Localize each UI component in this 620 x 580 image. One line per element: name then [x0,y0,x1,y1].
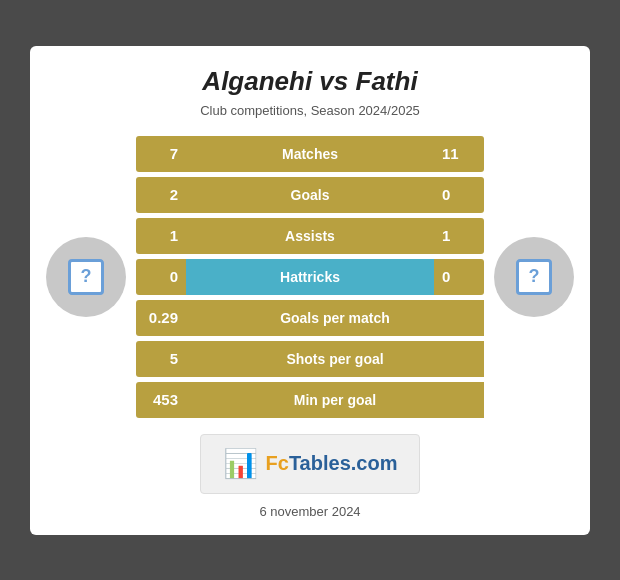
brand-name: FcTables.com [266,452,398,475]
hattricks-right-val: 0 [434,259,484,295]
matches-left-val: 7 [136,136,186,172]
min-per-goal-label: Min per goal [294,392,376,408]
goals-per-match-bar: Goals per match [186,300,484,336]
match-subtitle: Club competitions, Season 2024/2025 [46,103,574,118]
stat-row-matches: 7 Matches 11 [136,136,484,172]
right-player-image-placeholder: ? [516,259,552,295]
hattricks-left-val: 0 [136,259,186,295]
shots-per-goal-bar: Shots per goal [186,341,484,377]
brand-fc: Fc [266,452,289,474]
goals-per-match-val: 0.29 [136,300,186,336]
brand-logo[interactable]: 📊 FcTables.com [200,434,420,494]
stat-row-min-per-goal: 453 Min per goal [136,382,484,418]
footer-date: 6 november 2024 [46,504,574,519]
goals-label: Goals [291,187,330,203]
assists-left-val: 1 [136,218,186,254]
left-player-image-placeholder: ? [68,259,104,295]
assists-right-val: 1 [434,218,484,254]
stat-row-shots-per-goal: 5 Shots per goal [136,341,484,377]
stats-table: 7 Matches 11 2 Goals 0 1 [136,136,484,418]
brand-chart-icon: 📊 [223,447,258,480]
stat-row-goals: 2 Goals 0 [136,177,484,213]
match-title: Alganehi vs Fathi [46,66,574,97]
shots-per-goal-label: Shots per goal [286,351,383,367]
matches-label: Matches [282,146,338,162]
left-player-avatar: ? [46,237,126,317]
matches-right-val: 11 [434,136,484,172]
players-comparison-row: ? 7 Matches 11 2 Goals [46,136,574,418]
assists-label: Assists [285,228,335,244]
min-per-goal-bar: Min per goal [186,382,484,418]
goals-per-match-label: Goals per match [280,310,390,326]
goals-right-val: 0 [434,177,484,213]
stat-row-assists: 1 Assists 1 [136,218,484,254]
right-player-avatar: ? [494,237,574,317]
stat-row-goals-per-match: 0.29 Goals per match [136,300,484,336]
hattricks-label: Hattricks [280,269,340,285]
min-per-goal-val: 453 [136,382,186,418]
matches-bar: Matches [186,136,434,172]
shots-per-goal-val: 5 [136,341,186,377]
stat-row-hattricks: 0 Hattricks 0 [136,259,484,295]
hattricks-bar: Hattricks [186,259,434,295]
goals-bar: Goals [186,177,434,213]
goals-left-val: 2 [136,177,186,213]
matches-fill-left [186,136,283,172]
main-card: Alganehi vs Fathi Club competitions, Sea… [30,46,590,535]
assists-bar: Assists [186,218,434,254]
brand-tables: Tables.com [289,452,398,474]
